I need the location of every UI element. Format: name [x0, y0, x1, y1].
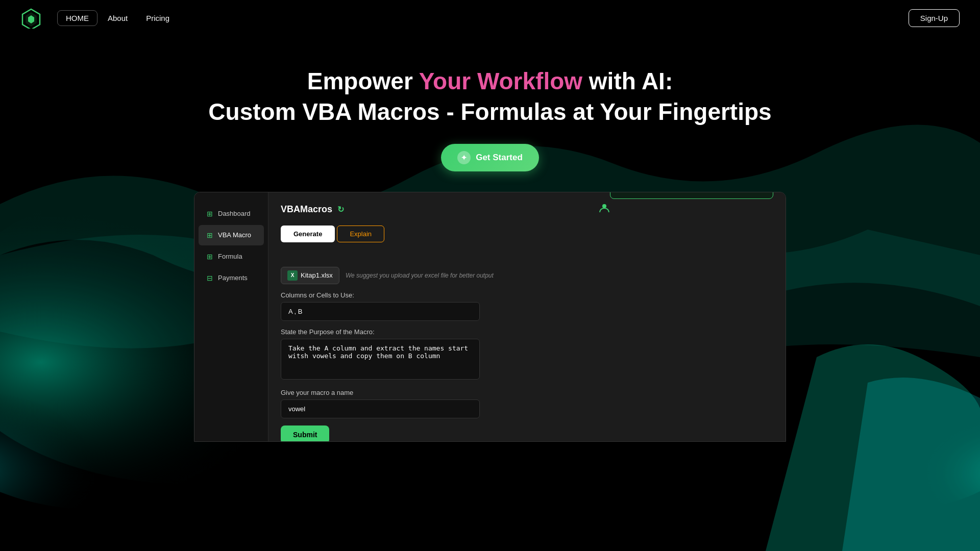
- vba-icon: ⊞: [207, 231, 213, 239]
- macro-name-input[interactable]: [281, 399, 480, 418]
- content-title-area: VBAMacros ↻: [281, 204, 344, 215]
- sidebar-item-payments[interactable]: ⊟ Payments: [199, 268, 264, 288]
- logo[interactable]: [20, 7, 42, 29]
- hero-title-end: with AI:: [582, 68, 673, 94]
- nav-link-about[interactable]: About: [100, 11, 136, 26]
- sidebar-item-dashboard-label: Dashboard: [218, 210, 251, 217]
- excel-icon: X: [287, 270, 298, 281]
- columns-label: Columns or Cells to Use:: [281, 291, 773, 299]
- columns-field: Columns or Cells to Use:: [281, 291, 773, 328]
- file-name: Kitap1.xlsx: [301, 271, 333, 279]
- hero-title-start: Empower: [307, 68, 419, 94]
- purpose-label: State the Purpose of the Macro:: [281, 328, 773, 336]
- tabs: Generate Explain: [281, 226, 773, 242]
- file-upload-row: X Kitap1.xlsx We suggest you upload your…: [281, 267, 773, 284]
- sidebar-item-vba-label: VBA Macro: [218, 231, 251, 239]
- payments-icon: ⊟: [207, 274, 213, 282]
- content-header: VBAMacros ↻: [281, 203, 610, 216]
- purpose-field: State the Purpose of the Macro: Take the…: [281, 328, 773, 389]
- check-icon: ✓: [619, 192, 625, 193]
- sidebar: ⊞ Dashboard ⊞ VBA Macro ⊞ Formula ⊟ Paym…: [194, 192, 268, 441]
- sidebar-item-formula[interactable]: ⊞ Formula: [199, 246, 264, 267]
- tab-explain[interactable]: Explain: [337, 226, 384, 242]
- nav-links: HOME About Pricing: [57, 10, 909, 26]
- tab-generate[interactable]: Generate: [281, 226, 335, 242]
- notification-bar: ✓ Your VBA Macro Created: [610, 192, 773, 199]
- hero-title: Empower Your Workflow with AI: Custom VB…: [10, 66, 970, 128]
- file-hint: We suggest you upload your excel file fo…: [346, 272, 494, 279]
- hero-section: Empower Your Workflow with AI: Custom VB…: [0, 36, 980, 192]
- submit-button[interactable]: Submit: [281, 425, 329, 441]
- hero-title-highlight: Your Workflow: [419, 68, 582, 94]
- svg-point-7: [602, 204, 606, 208]
- main-content: ✓ Your VBA Macro Created VBAMacros ↻: [268, 192, 786, 441]
- purpose-textarea[interactable]: Take the A column and extract the names …: [281, 339, 480, 380]
- cta-label: Get Started: [476, 153, 523, 163]
- signup-button[interactable]: Sign-Up: [909, 9, 960, 27]
- sidebar-item-dashboard[interactable]: ⊞ Dashboard: [199, 204, 264, 224]
- macro-name-label: Give your macro a name: [281, 389, 773, 396]
- magic-wand-icon: ✦: [457, 151, 471, 164]
- sidebar-item-payments-label: Payments: [218, 274, 248, 282]
- file-badge[interactable]: X Kitap1.xlsx: [281, 267, 339, 284]
- get-started-button[interactable]: ✦ Get Started: [441, 144, 539, 171]
- navbar: HOME About Pricing Sign-Up: [0, 0, 980, 36]
- user-icon[interactable]: [599, 203, 610, 216]
- refresh-icon[interactable]: ↻: [337, 205, 344, 214]
- nav-link-home[interactable]: HOME: [57, 10, 97, 26]
- dashboard-icon: ⊞: [207, 210, 213, 218]
- content-title-text: VBAMacros: [281, 204, 332, 215]
- columns-input[interactable]: [281, 302, 480, 321]
- nav-link-pricing[interactable]: Pricing: [138, 11, 178, 26]
- formula-icon: ⊞: [207, 253, 213, 261]
- macro-name-field: Give your macro a name: [281, 389, 773, 425]
- sidebar-item-vba-macro[interactable]: ⊞ VBA Macro: [199, 225, 264, 245]
- app-window: ⊞ Dashboard ⊞ VBA Macro ⊞ Formula ⊟ Paym…: [194, 192, 786, 442]
- sidebar-item-formula-label: Formula: [218, 253, 242, 260]
- hero-subtitle: Custom VBA Macros - Formulas at Your Fin…: [208, 98, 771, 125]
